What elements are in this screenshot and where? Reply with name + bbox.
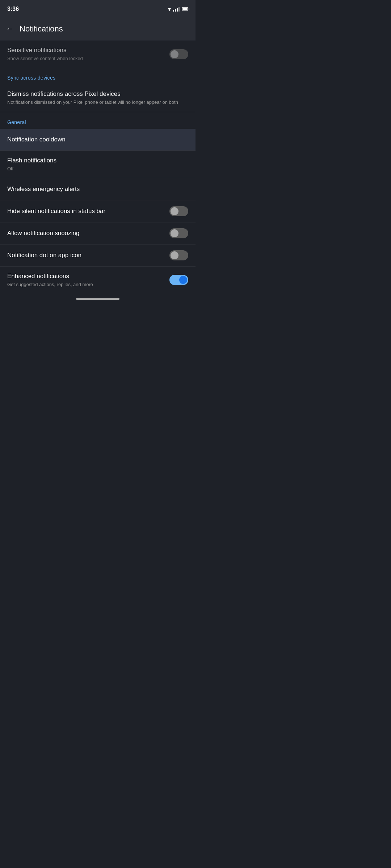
enhanced-notifications-toggle[interactable] [169, 275, 188, 285]
hide-silent-notifications-item[interactable]: Hide silent notifications in status bar [0, 200, 196, 222]
hide-silent-notifications-toggle[interactable] [169, 206, 188, 216]
enhanced-notifications-toggle-knob [179, 276, 187, 284]
dismiss-notifications-title: Dismiss notifications across Pixel devic… [7, 90, 184, 98]
flash-notifications-subtitle: Off [7, 166, 184, 172]
notification-cooldown-item[interactable]: Notification cooldown [0, 129, 196, 150]
enhanced-notifications-title: Enhanced notifications [7, 272, 165, 280]
notification-cooldown-text: Notification cooldown [7, 136, 188, 144]
enhanced-notifications-subtitle: Get suggested actions, replies, and more [7, 281, 165, 288]
dismiss-notifications-item[interactable]: Dismiss notifications across Pixel devic… [0, 84, 196, 111]
signal-bar-2 [175, 9, 176, 12]
signal-bar-1 [173, 10, 174, 12]
wireless-emergency-alerts-item[interactable]: Wireless emergency alerts [0, 178, 196, 200]
hide-silent-notifications-text: Hide silent notifications in status bar [7, 207, 169, 215]
enhanced-notifications-item[interactable]: Enhanced notifications Get suggested act… [0, 267, 196, 294]
signal-bars-icon [173, 7, 180, 12]
notification-dot-text: Notification dot on app icon [7, 251, 169, 259]
wireless-emergency-alerts-title: Wireless emergency alerts [7, 185, 184, 193]
allow-notification-snoozing-item[interactable]: Allow notification snoozing [0, 222, 196, 244]
back-button[interactable]: ← [6, 24, 14, 34]
allow-snoozing-toggle-knob [171, 229, 178, 237]
status-icons: ▾ [168, 6, 188, 13]
notification-dot-toggle-knob [171, 251, 178, 259]
sensitive-notifications-toggle[interactable] [169, 49, 188, 59]
allow-snoozing-toggle[interactable] [169, 228, 188, 238]
page-title: Notifications [20, 24, 63, 34]
battery-icon [182, 7, 188, 11]
sensitive-notifications-text: Sensitive notifications Show sensitive c… [7, 46, 169, 62]
home-pill [76, 298, 119, 300]
dismiss-notifications-subtitle: Notifications dismissed on your Pixel ph… [7, 99, 184, 106]
enhanced-notifications-text: Enhanced notifications Get suggested act… [7, 272, 169, 288]
notification-dot-toggle[interactable] [169, 250, 188, 260]
hide-silent-notifications-title: Hide silent notifications in status bar [7, 207, 165, 215]
general-section-header: General [0, 112, 196, 129]
signal-bar-4 [178, 7, 180, 12]
sync-section-header: Sync across devices [0, 68, 196, 84]
notification-dot-item[interactable]: Notification dot on app icon [0, 244, 196, 266]
allow-notification-snoozing-text: Allow notification snoozing [7, 229, 169, 237]
dismiss-notifications-text: Dismiss notifications across Pixel devic… [7, 90, 188, 106]
status-time: 3:36 [7, 6, 19, 12]
signal-bar-3 [177, 8, 178, 12]
flash-notifications-title: Flash notifications [7, 157, 184, 165]
notification-cooldown-title: Notification cooldown [7, 136, 184, 144]
allow-notification-snoozing-title: Allow notification snoozing [7, 229, 165, 237]
flash-notifications-text: Flash notifications Off [7, 157, 188, 172]
status-bar: 3:36 ▾ [0, 0, 196, 17]
hide-silent-toggle-knob [171, 207, 178, 215]
home-indicator [0, 294, 196, 307]
notification-dot-title: Notification dot on app icon [7, 251, 165, 259]
sensitive-notifications-item[interactable]: Sensitive notifications Show sensitive c… [0, 41, 196, 68]
sensitive-toggle-knob [171, 50, 178, 58]
app-bar: ← Notifications [0, 17, 196, 41]
sensitive-notifications-subtitle: Show sensitive content when locked [7, 55, 165, 62]
flash-notifications-item[interactable]: Flash notifications Off [0, 151, 196, 178]
wifi-icon: ▾ [168, 6, 171, 13]
settings-content: Sensitive notifications Show sensitive c… [0, 41, 196, 294]
wireless-emergency-alerts-text: Wireless emergency alerts [7, 185, 188, 193]
sensitive-notifications-title: Sensitive notifications [7, 46, 165, 54]
